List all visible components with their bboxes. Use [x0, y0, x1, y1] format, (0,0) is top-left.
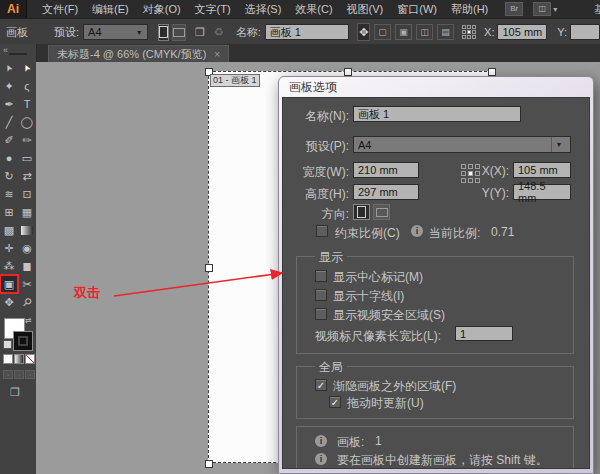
- draw-inside-mode-button[interactable]: ◦: [25, 370, 35, 379]
- menu-item[interactable]: 文件(F): [35, 2, 85, 17]
- checkbox[interactable]: [315, 270, 327, 282]
- artboard-handle-bottom-left[interactable]: [205, 460, 213, 468]
- chevron-down-icon[interactable]: ▾: [553, 5, 557, 14]
- column-graph-tool[interactable]: ▆: [18, 257, 36, 275]
- x-input[interactable]: 105 mm: [497, 24, 547, 40]
- blob-brush-tool[interactable]: ●: [0, 149, 18, 167]
- checkbox[interactable]: [315, 289, 327, 301]
- fade-region-checkbox[interactable]: ✓: [315, 379, 327, 391]
- direct-selection-tool[interactable]: ➤: [18, 59, 36, 77]
- menu-item[interactable]: 效果(C): [288, 2, 339, 17]
- y-input[interactable]: 148.5 mm: [513, 184, 571, 200]
- eyedropper-tool[interactable]: ✛: [0, 239, 18, 257]
- artboard-options-dialog[interactable]: 画板选项 名称(N): 画板 1 预设(P): A4 ▼ 宽度(W): 210 …: [278, 76, 594, 474]
- artboard-tool[interactable]: ▣: [0, 275, 18, 293]
- magic-wand-tool[interactable]: ✦: [0, 77, 18, 95]
- panel-drag-handle[interactable]: [9, 53, 27, 55]
- fade-region-label: 渐隐画板之外的区域(F): [333, 378, 456, 395]
- name-input[interactable]: 画板 1: [353, 106, 521, 122]
- artboard-handle-top-right[interactable]: [488, 68, 496, 76]
- checkbox-label: 显示十字线(I): [333, 288, 404, 305]
- swap-fill-stroke-icon[interactable]: ⇄: [25, 316, 32, 325]
- hand-tool[interactable]: ✥: [0, 293, 18, 311]
- draw-normal-mode-button[interactable]: ◦: [3, 370, 13, 379]
- lasso-tool[interactable]: ς: [18, 77, 36, 95]
- stroke-color-swatch[interactable]: [13, 331, 33, 351]
- landscape-orientation-button[interactable]: [172, 24, 186, 41]
- width-tool[interactable]: ≋: [0, 185, 18, 203]
- draw-behind-mode-button[interactable]: ◦: [14, 370, 24, 379]
- width-input[interactable]: 210 mm: [353, 162, 419, 178]
- artboard-preset-icon[interactable]: ◫: [416, 24, 433, 40]
- free-transform-tool[interactable]: ⊡: [18, 185, 36, 203]
- canvas[interactable]: 01 - 画板 1 双击 画板选项 名称(N): 画板 1 预设(P): A4: [36, 62, 600, 474]
- menu-bar: Ai 文件(F)编辑(E)对象(O)文字(T)选择(S)效果(C)视图(V)窗口…: [0, 0, 600, 18]
- arrange-documents-icon[interactable]: ◫: [533, 2, 551, 16]
- menu-item[interactable]: 选择(S): [238, 2, 289, 17]
- video-ruler-input[interactable]: 1: [455, 326, 513, 341]
- checkbox[interactable]: [315, 308, 327, 320]
- portrait-orientation-button[interactable]: [353, 204, 370, 220]
- reference-point-grid-icon[interactable]: [461, 164, 480, 183]
- shape-tool[interactable]: ◯: [18, 113, 36, 131]
- height-input[interactable]: 297 mm: [353, 184, 419, 200]
- portrait-orientation-button[interactable]: [158, 24, 169, 41]
- type-tool[interactable]: T: [18, 95, 36, 113]
- gradient-button[interactable]: [14, 354, 24, 364]
- paintbrush-tool[interactable]: ✐: [0, 131, 18, 149]
- reference-point-grid-icon[interactable]: [462, 25, 476, 39]
- symbol-sprayer-tool[interactable]: ⁂: [0, 257, 18, 275]
- perspective-grid-tool[interactable]: ▦: [18, 203, 36, 221]
- artboard-handle-top-center[interactable]: [344, 68, 352, 76]
- artboard-preset-icon[interactable]: ▤: [437, 24, 454, 40]
- collapse-panel-icon[interactable]: «: [3, 45, 8, 55]
- preset-label: 预设:: [54, 25, 79, 40]
- gradient-tool[interactable]: ▥: [18, 221, 36, 239]
- landscape-orientation-button[interactable]: [373, 204, 390, 220]
- constrain-proportions-checkbox[interactable]: [316, 225, 328, 237]
- document-tab[interactable]: 未标题-4 @ 66% (CMYK/预览) ×: [48, 45, 229, 62]
- rotate-tool[interactable]: ↻: [0, 167, 18, 185]
- artboard-name-tag[interactable]: 01 - 画板 1: [210, 74, 260, 87]
- height-label: 高度(H):: [283, 186, 349, 203]
- pen-tool[interactable]: ✒: [0, 95, 18, 113]
- y-input[interactable]: [570, 24, 600, 40]
- delete-artboard-icon[interactable]: ♻: [214, 26, 224, 39]
- color-button[interactable]: [3, 354, 13, 364]
- close-icon[interactable]: ×: [214, 49, 220, 60]
- none-button[interactable]: [25, 354, 35, 364]
- dialog-title[interactable]: 画板选项: [282, 77, 590, 97]
- slice-tool[interactable]: ✂: [18, 275, 36, 293]
- bridge-icon[interactable]: Br: [505, 2, 523, 16]
- blend-tool[interactable]: ◉: [18, 239, 36, 257]
- menu-item[interactable]: 文字(T): [188, 2, 238, 17]
- workspace-switcher[interactable]: 基: [594, 2, 600, 17]
- preset-dropdown[interactable]: A4 ▼: [353, 136, 571, 153]
- new-artboard-icon[interactable]: ❐: [195, 26, 205, 39]
- mesh-tool[interactable]: ▩: [0, 221, 18, 239]
- menu-item[interactable]: 视图(V): [340, 2, 391, 17]
- screen-mode-button[interactable]: ❐: [10, 386, 20, 399]
- pencil-tool[interactable]: ✏: [18, 131, 36, 149]
- artboard-preset-icon[interactable]: ▢: [374, 24, 391, 40]
- pencil-tool-icon: ✏: [22, 134, 31, 147]
- shape-builder-tool[interactable]: ⊞: [0, 203, 18, 221]
- eraser-tool[interactable]: ▭: [18, 149, 36, 167]
- artboard-preset-icon[interactable]: ▣: [395, 24, 412, 40]
- menu-item[interactable]: 帮助(H): [444, 2, 495, 17]
- line-segment-tool[interactable]: ╱: [0, 113, 18, 131]
- info-icon: i: [315, 435, 327, 447]
- preset-dropdown[interactable]: A4 ▼: [83, 24, 148, 40]
- menu-item[interactable]: 对象(O): [136, 2, 188, 17]
- menu-item[interactable]: 编辑(E): [85, 2, 136, 17]
- default-fill-stroke-icon[interactable]: [3, 340, 12, 349]
- selection-tool[interactable]: ➤: [0, 59, 18, 77]
- update-while-drag-checkbox[interactable]: ✓: [329, 396, 341, 408]
- x-input[interactable]: 105 mm: [513, 162, 571, 178]
- artboard-handle-mid-left[interactable]: [205, 264, 213, 272]
- menu-item[interactable]: 窗口(W): [390, 2, 444, 17]
- artboard-name-input[interactable]: 画板 1: [265, 24, 350, 40]
- scale-tool[interactable]: ⇄: [18, 167, 36, 185]
- move-artboard-icon[interactable]: ✥: [357, 23, 370, 41]
- zoom-tool[interactable]: ⚲: [18, 293, 36, 311]
